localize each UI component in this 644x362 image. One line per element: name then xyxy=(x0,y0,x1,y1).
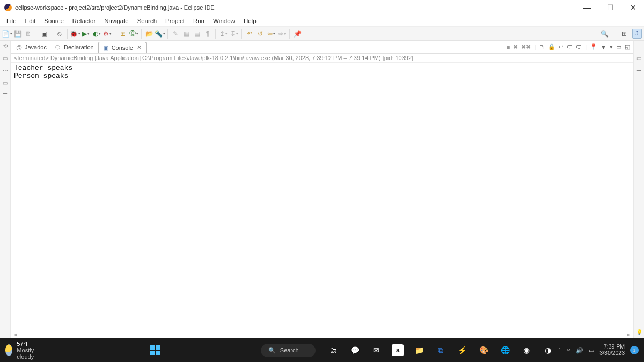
tab-javadoc[interactable]: @ Javadoc xyxy=(12,42,51,52)
menu-navigate[interactable]: Navigate xyxy=(100,17,133,25)
mail-icon[interactable]: ✉ xyxy=(370,344,382,356)
edge-icon[interactable]: 🌐 xyxy=(499,344,511,356)
pilcrow-icon[interactable]: ¶ xyxy=(203,29,213,39)
forward-icon[interactable]: ⇨ xyxy=(277,29,287,39)
menu-file[interactable]: File xyxy=(2,17,21,25)
console-output[interactable]: Teacher speaks Person speaks xyxy=(11,63,633,330)
annotation-next-icon[interactable]: ↧ xyxy=(229,29,239,39)
open-console-icon[interactable]: ▾ xyxy=(610,43,613,50)
word-wrap-icon[interactable]: ↩ xyxy=(559,43,564,50)
tab-console[interactable]: ▣ Console ✕ xyxy=(98,42,147,53)
taskbar-weather[interactable]: 57°F Mostly cloudy xyxy=(5,341,39,360)
battery-icon[interactable]: ▭ xyxy=(589,347,594,354)
tab-close-icon[interactable]: ✕ xyxy=(137,44,142,51)
restore-right-icon[interactable]: ⋯ xyxy=(636,43,642,49)
external-tools-icon[interactable]: ⚙ xyxy=(103,29,112,39)
menu-window[interactable]: Window xyxy=(209,17,239,25)
chat-icon[interactable]: 💬 xyxy=(349,344,361,356)
horizontal-scrollbar[interactable]: ◄ ► xyxy=(11,330,633,338)
remove-all-icon[interactable]: ✖✖ xyxy=(521,43,531,50)
app-icon-2[interactable]: 🎨 xyxy=(478,344,489,356)
open-type-icon[interactable]: 📂 xyxy=(144,29,154,39)
last-edit-icon[interactable]: ↶ xyxy=(245,29,254,39)
clock[interactable]: 7:39 PM 3/30/2023 xyxy=(599,344,625,356)
search-icon[interactable]: 🔦 xyxy=(155,29,165,39)
pin-icon[interactable]: 📌 xyxy=(292,29,302,39)
menu-bar: File Edit Source Refactor Navigate Searc… xyxy=(0,15,644,27)
bulb-icon[interactable]: 💡 xyxy=(636,329,642,335)
hierarchy-icon[interactable]: ☰ xyxy=(3,92,8,98)
taskbar-search[interactable]: 🔍 Search xyxy=(261,344,316,357)
block-select-icon[interactable]: ▦ xyxy=(181,29,191,39)
weather-icon xyxy=(5,344,12,356)
remove-launch-icon[interactable]: ✖ xyxy=(513,43,518,50)
open-perspective-icon[interactable]: ⊞ xyxy=(619,29,629,39)
javadoc-icon: @ xyxy=(16,44,23,50)
minimize-stack-icon[interactable]: ⋯ xyxy=(3,68,8,73)
menu-refactor[interactable]: Refactor xyxy=(68,17,100,25)
save-icon[interactable]: 💾 xyxy=(13,29,23,39)
scroll-right-icon[interactable]: ► xyxy=(626,332,631,337)
weather-temp: 57°F xyxy=(17,341,38,347)
menu-source[interactable]: Source xyxy=(40,17,68,25)
menu-edit[interactable]: Edit xyxy=(21,17,40,25)
new-class-icon[interactable]: Ⓒ xyxy=(129,29,138,39)
wifi-icon[interactable]: ⌔ xyxy=(567,347,570,353)
declaration-icon: ⦾ xyxy=(55,44,62,50)
task-view-icon[interactable]: 🗂 xyxy=(327,344,339,356)
run-icon[interactable]: ▶ xyxy=(81,29,91,39)
explorer-icon[interactable]: 📁 xyxy=(413,344,425,356)
show-console-icon[interactable]: 🗨 xyxy=(567,44,573,50)
volume-icon[interactable]: 🔊 xyxy=(576,347,583,354)
amazon-icon[interactable]: a xyxy=(392,344,404,356)
scroll-lock-icon[interactable]: 🔒 xyxy=(548,43,555,50)
debug-icon[interactable]: 🐞 xyxy=(70,29,80,39)
notifications-icon[interactable]: 1 xyxy=(630,346,639,354)
show-whitespace-icon[interactable]: ▤ xyxy=(192,29,202,39)
outline-right-icon[interactable]: ☰ xyxy=(636,68,641,73)
tray-chevron-icon[interactable]: ˄ xyxy=(558,347,561,354)
back-icon[interactable]: ⇦ xyxy=(266,29,276,39)
weather-cond: Mostly cloudy xyxy=(17,347,38,360)
task-list-icon[interactable]: ▭ xyxy=(636,55,641,61)
save-all-icon[interactable]: 🗎 xyxy=(24,29,33,39)
tab-declaration[interactable]: ⦾ Declaration xyxy=(51,42,98,52)
menu-search[interactable]: Search xyxy=(133,17,161,25)
maximize-button[interactable]: ☐ xyxy=(604,2,617,13)
skip-breakpoints-icon[interactable]: ⦸ xyxy=(55,29,64,39)
terminate-icon[interactable]: ■ xyxy=(507,44,510,50)
new-package-icon[interactable]: ⊞ xyxy=(118,29,128,39)
menu-help[interactable]: Help xyxy=(239,17,261,25)
display-selected-icon[interactable]: ▼ xyxy=(601,44,606,50)
terminal-icon[interactable]: ▣ xyxy=(39,29,49,39)
coverage-icon[interactable]: ◐ xyxy=(92,29,101,39)
annotation-prev-icon[interactable]: ↥ xyxy=(218,29,228,39)
show-stderr-icon[interactable]: 🗨 xyxy=(576,44,582,50)
chrome-icon[interactable]: ◉ xyxy=(521,344,532,356)
clear-console-icon[interactable]: 🗋 xyxy=(539,44,545,50)
menu-project[interactable]: Project xyxy=(161,17,189,25)
menu-run[interactable]: Run xyxy=(189,17,209,25)
toggle-mark-icon[interactable]: ✎ xyxy=(171,29,180,39)
new-icon[interactable]: 📄 xyxy=(2,29,12,39)
console-view: @ Javadoc ⦾ Declaration ▣ Console ✕ ■ ✖ … xyxy=(11,41,633,338)
minimize-button[interactable]: — xyxy=(580,2,594,13)
quick-access-icon[interactable]: 🔍 xyxy=(599,29,609,39)
back-history-icon[interactable]: ↺ xyxy=(255,29,265,39)
close-button[interactable]: ✕ xyxy=(627,2,640,13)
left-trim: ⟲ ▭ ⋯ ▭ ☰ xyxy=(0,41,11,338)
min-view-icon[interactable]: ▭ xyxy=(616,43,621,50)
restore-view-icon[interactable]: ⟲ xyxy=(3,43,8,49)
package-explorer-icon[interactable]: ▭ xyxy=(3,55,8,61)
max-view-icon[interactable]: ◱ xyxy=(625,43,630,50)
window-title: eclipse-workspace - project2/src/project… xyxy=(15,4,215,11)
outline-icon[interactable]: ▭ xyxy=(3,80,8,86)
app-icon-1[interactable]: ⚡ xyxy=(456,344,468,356)
view-tabbar: @ Javadoc ⦾ Declaration ▣ Console ✕ ■ ✖ … xyxy=(11,41,633,54)
pin-console-icon[interactable]: 📍 xyxy=(590,43,597,50)
dropbox-icon[interactable]: ⧉ xyxy=(435,344,447,356)
scroll-left-icon[interactable]: ◄ xyxy=(13,332,18,337)
java-perspective-icon[interactable]: J xyxy=(632,29,642,39)
eclipse-taskbar-icon[interactable]: ◑ xyxy=(542,344,554,356)
start-button[interactable] xyxy=(150,345,160,355)
